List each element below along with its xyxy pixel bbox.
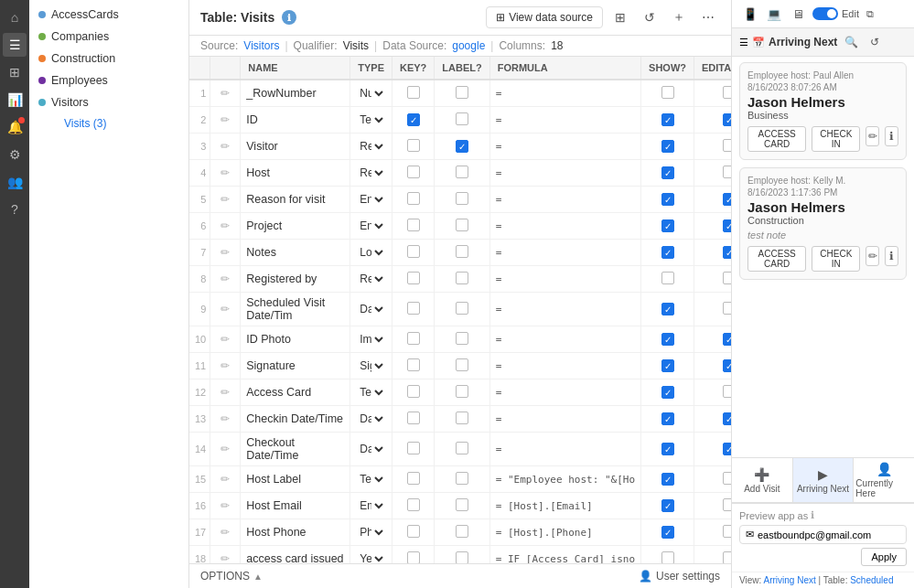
rp-tab-arriving-next[interactable]: ▶ Arriving Next <box>793 458 855 502</box>
type-select[interactable]: Yes/No <box>356 551 386 563</box>
formula-cell[interactable]: = <box>489 266 640 293</box>
edit-icon[interactable]: ✏ <box>216 84 234 102</box>
chart-icon[interactable]: 📊 <box>3 88 27 112</box>
type-select[interactable]: DateTime <box>356 302 386 316</box>
sidebar-item-employees[interactable]: Employees <box>29 69 188 91</box>
sidebar-item-accesscards[interactable]: AccessCards <box>29 4 188 26</box>
rp-preview-input[interactable]: ✉ eastboundpc@gmail.com <box>739 525 907 544</box>
rp-phone-icon[interactable]: 📱 <box>739 4 761 24</box>
refresh-icon[interactable]: ↺ <box>638 5 661 29</box>
type-select[interactable]: Text <box>356 112 386 127</box>
qualifier-value[interactable]: Visits <box>343 39 369 52</box>
type-select[interactable]: Signature <box>356 358 386 373</box>
formula-cell[interactable]: = "Employee host: "&[Ho <box>489 466 640 493</box>
rp-tablet-icon[interactable]: 💻 <box>763 4 785 24</box>
edit-icon[interactable]: ✏ <box>216 330 234 348</box>
rp-search-button[interactable]: 🔍 <box>841 32 861 52</box>
rp-menu-icon[interactable]: ☰ <box>739 37 748 48</box>
table-icon[interactable]: ☰ <box>3 33 27 57</box>
rp-card2-info-icon[interactable]: ℹ <box>885 246 898 266</box>
edit-icon[interactable]: ✏ <box>216 550 234 563</box>
edit-icon[interactable]: ✏ <box>216 111 234 129</box>
rp-card2-access-card-btn[interactable]: ACCESS CARD <box>747 246 806 272</box>
type-select[interactable]: Image <box>356 332 386 347</box>
formula-cell[interactable]: = <box>489 213 640 240</box>
formula-cell[interactable]: = <box>489 380 640 406</box>
type-select[interactable]: Text <box>356 385 386 400</box>
rp-refresh-button[interactable]: ↺ <box>865 32 885 52</box>
type-select[interactable]: Ref <box>356 166 386 180</box>
rp-card1-edit-icon[interactable]: ✏ <box>866 126 879 146</box>
formula-cell[interactable]: = [Host].[Email] <box>489 493 640 519</box>
source-value[interactable]: Visitors <box>243 39 279 52</box>
rp-external-link-icon[interactable]: ⧉ <box>863 6 877 21</box>
home-icon[interactable]: ⌂ <box>3 5 27 29</box>
edit-icon[interactable]: ✏ <box>216 497 234 515</box>
rp-tab-currently-here[interactable]: 👤 Currently Here <box>854 458 914 502</box>
edit-icon[interactable]: ✏ <box>216 164 234 182</box>
formula-cell[interactable]: = <box>489 107 640 134</box>
edit-icon[interactable]: ✏ <box>216 270 234 288</box>
edit-icon[interactable]: ✏ <box>216 217 234 235</box>
formula-cell[interactable]: = <box>489 293 640 326</box>
sidebar-item-visitors[interactable]: Visitors <box>29 91 188 113</box>
edit-icon[interactable]: ✏ <box>216 243 234 262</box>
rp-card1-access-card-btn[interactable]: ACCESS CARD <box>747 126 806 152</box>
type-select[interactable]: Number <box>356 86 386 101</box>
type-select[interactable]: Ref <box>356 272 386 286</box>
edit-icon[interactable]: ✏ <box>216 383 234 401</box>
formula-cell[interactable]: = <box>489 187 640 213</box>
view-data-button[interactable]: ⊞ View data source <box>486 6 603 28</box>
rp-card1-check-in-btn[interactable]: CHECK IN <box>812 126 860 152</box>
type-select[interactable]: Email <box>356 498 386 513</box>
edit-toggle-switch[interactable] <box>812 7 838 20</box>
sidebar-item-construction[interactable]: Construction <box>29 48 188 69</box>
type-select[interactable]: DateTime <box>356 442 386 456</box>
rp-apply-button[interactable]: Apply <box>861 548 907 566</box>
formula-cell[interactable]: = [Host].[Phone] <box>489 519 640 546</box>
settings-icon[interactable]: ⚙ <box>3 143 27 166</box>
formula-cell[interactable]: = <box>489 240 640 266</box>
help-icon[interactable]: ? <box>3 198 27 221</box>
edit-icon[interactable]: ✏ <box>216 410 234 428</box>
type-select[interactable]: Enum <box>356 219 386 233</box>
grid-icon[interactable]: ⊞ <box>3 60 27 84</box>
filter-icon[interactable]: ⊞ <box>608 5 632 29</box>
info-icon[interactable]: ℹ <box>282 10 296 25</box>
type-select[interactable]: Ref <box>356 139 386 154</box>
rp-desktop-icon[interactable]: 🖥 <box>787 4 809 24</box>
edit-icon[interactable]: ✏ <box>216 357 234 375</box>
formula-cell[interactable]: = IF [Access Card] isno <box>489 546 640 564</box>
user-settings[interactable]: 👤 User settings <box>639 570 720 583</box>
users-icon[interactable]: 👥 <box>3 170 27 194</box>
formula-cell[interactable]: = <box>489 406 640 433</box>
sidebar-item-visits[interactable]: Visits (3) <box>49 113 188 134</box>
formula-cell[interactable]: = <box>489 80 640 107</box>
type-select[interactable]: Enum <box>356 192 386 207</box>
type-select[interactable]: Text <box>356 472 386 486</box>
formula-cell[interactable]: = <box>489 134 640 160</box>
rp-card2-edit-icon[interactable]: ✏ <box>866 246 879 266</box>
rp-tab-add-visit[interactable]: ➕ Add Visit <box>732 458 793 502</box>
formula-cell[interactable]: = <box>489 433 640 466</box>
sidebar-item-companies[interactable]: Companies <box>29 26 188 48</box>
edit-icon[interactable]: ✏ <box>216 440 234 458</box>
edit-icon[interactable]: ✏ <box>216 137 234 155</box>
type-select[interactable]: DateTime <box>356 412 386 426</box>
edit-icon[interactable]: ✏ <box>216 470 234 488</box>
more-icon[interactable]: ⋯ <box>696 5 720 29</box>
data-source-value[interactable]: google <box>452 39 485 52</box>
edit-icon[interactable]: ✏ <box>216 190 234 208</box>
formula-cell[interactable]: = <box>489 326 640 353</box>
notification-icon[interactable]: 🔔 <box>3 115 27 139</box>
formula-cell[interactable]: = <box>489 160 640 187</box>
type-select[interactable]: Phone <box>356 525 386 540</box>
edit-icon[interactable]: ✏ <box>216 300 234 318</box>
edit-icon[interactable]: ✏ <box>216 523 234 541</box>
formula-cell[interactable]: = <box>489 353 640 380</box>
rp-card1-info-icon[interactable]: ℹ <box>885 126 898 146</box>
options-label[interactable]: OPTIONS ▲ <box>200 570 263 583</box>
rp-card2-check-in-btn[interactable]: CHECK IN <box>812 246 860 272</box>
add-icon[interactable]: ＋ <box>667 5 691 29</box>
type-select[interactable]: LongText <box>356 245 386 260</box>
